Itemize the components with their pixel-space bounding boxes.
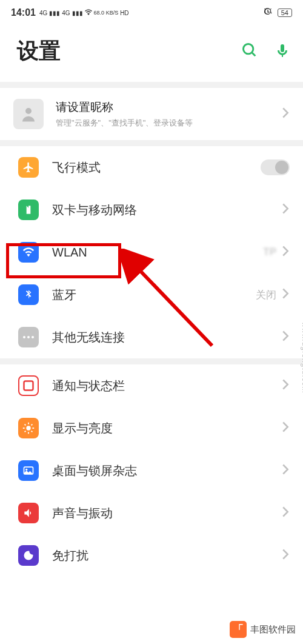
status-right: 54 [263,7,292,19]
bluetooth-value: 关闭 [256,288,276,302]
airplane-label: 飞行模式 [52,159,261,176]
page-title: 设置 [17,36,61,66]
svg-line-14 [25,431,26,432]
battery-indicator: 54 [278,8,292,17]
chevron-right-icon [281,548,290,563]
wlan-label: WLAN [52,246,263,260]
brand-text: 丰图软件园 [250,624,296,636]
sim-icon [18,200,39,220]
status-left: 14:01 4G ▮▮▮ 4G ▮▮▮ 68.0 KB/S HD [11,7,129,18]
notification-icon [18,375,39,396]
svg-point-3 [23,336,25,338]
chevron-right-icon [281,245,290,260]
chevron-right-icon [281,463,290,478]
other-wireless-label: 其他无线连接 [52,329,281,346]
chevron-right-icon [281,203,290,217]
dnd-label: 免打扰 [52,548,281,564]
sim-label: 双卡与移动网络 [52,202,281,218]
display-label: 显示与亮度 [52,420,281,437]
status-bar: 14:01 4G ▮▮▮ 4G ▮▮▮ 68.0 KB/S HD 54 [0,0,303,25]
desktop-label: 桌面与锁屏杂志 [52,463,281,479]
signal-4g-2: 4G [62,10,70,16]
profile-text: 请设置昵称 管理"云服务"、"查找手机"、登录设备等 [56,99,281,129]
sound-label: 声音与振动 [52,505,281,522]
bluetooth-row[interactable]: 蓝牙 关闭 [0,273,303,316]
desktop-row[interactable]: 桌面与锁屏杂志 [0,449,303,492]
svg-line-1 [252,52,256,56]
sim-row[interactable]: 双卡与移动网络 [0,189,303,231]
svg-point-7 [26,426,30,430]
divider [0,358,303,364]
notification-row[interactable]: 通知与状态栏 [0,364,303,407]
wallpaper-icon [18,460,39,481]
net-speed: 68.0 KB/S [94,10,119,16]
svg-line-12 [25,424,26,426]
brand-logo-icon: 「 [230,621,247,638]
airplane-toggle[interactable] [261,159,290,175]
chevron-right-icon [281,378,290,393]
svg-point-2 [25,108,32,114]
divider [0,140,303,146]
airplane-icon [18,157,39,178]
divider [0,82,303,88]
svg-line-13 [32,431,33,432]
wlan-value: TP [263,246,276,258]
chevron-right-icon [281,330,290,344]
moon-icon [18,545,39,566]
svg-point-17 [25,469,27,471]
signal-bars-icon-2: ▮▮▮ [72,10,83,16]
profile-row[interactable]: 请设置昵称 管理"云服务"、"查找手机"、登录设备等 [0,88,303,140]
dots-icon [18,327,39,347]
wifi-status-icon [85,9,92,16]
wifi-icon [18,242,39,263]
airplane-mode-row[interactable]: 飞行模式 [0,146,303,189]
dnd-row[interactable]: 免打扰 [0,534,303,577]
voice-icon[interactable] [275,42,290,61]
other-wireless-row[interactable]: 其他无线连接 [0,316,303,358]
chevron-right-icon [281,421,290,435]
signal-bars-icon: ▮▮▮ [49,10,60,16]
bluetooth-icon [18,284,39,305]
search-icon[interactable] [241,42,258,61]
brightness-icon [18,418,39,438]
bluetooth-label: 蓝牙 [52,287,256,303]
svg-point-5 [32,336,34,338]
sound-row[interactable]: 声音与振动 [0,492,303,534]
profile-subtitle: 管理"云服务"、"查找手机"、登录设备等 [56,118,281,129]
chevron-right-icon [281,506,290,520]
settings-group-connectivity: 飞行模式 双卡与移动网络 WLAN TP 蓝牙 关闭 其他无线连接 [0,146,303,358]
svg-rect-6 [24,381,33,391]
settings-group-display: 通知与状态栏 显示与亮度 桌面与锁屏杂志 声音与振动 免打扰 [0,364,303,577]
svg-line-15 [32,424,33,426]
signal-4g-1: 4G [39,10,47,16]
status-indicators: 4G ▮▮▮ 4G ▮▮▮ 68.0 KB/S HD [39,9,129,16]
svg-point-4 [27,336,30,338]
svg-point-0 [244,44,253,53]
chevron-right-icon [281,107,290,121]
status-time: 14:01 [11,7,36,18]
hd-indicator: HD [120,10,128,16]
display-row[interactable]: 显示与亮度 [0,407,303,449]
chevron-right-icon [281,287,290,302]
profile-title: 请设置昵称 [56,99,281,115]
notification-label: 通知与状态栏 [52,378,281,394]
alarm-icon [263,7,273,19]
watermark: www.dgfengtu.com [301,322,303,393]
footer-brand: 「 丰图软件园 [230,621,296,638]
wlan-row[interactable]: WLAN TP [0,231,303,273]
speaker-icon [18,503,39,523]
page-header: 设置 [0,25,303,82]
avatar-icon [13,99,44,129]
